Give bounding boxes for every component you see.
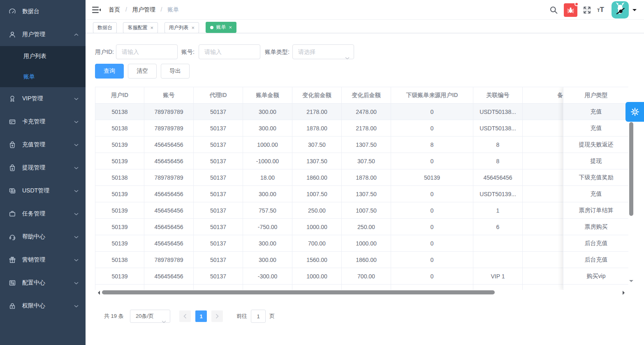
table-cell: 789789789 xyxy=(144,104,194,120)
close-icon[interactable]: × xyxy=(229,25,232,30)
table-row[interactable]: 501387897897895013718.001860.001878.0050… xyxy=(95,169,604,186)
sidebar-item-permission-center[interactable]: 权限中心 xyxy=(0,294,86,317)
sidebar-item-usdt-management[interactable]: USDT管理 xyxy=(0,179,86,202)
sidebar-item-label: 用户列表 xyxy=(23,53,46,60)
sidebar-fold-icon[interactable] xyxy=(92,6,101,14)
sidebar-item-label: 用户管理 xyxy=(22,31,74,38)
sidebar-item-user-management[interactable]: 用户管理 xyxy=(0,23,86,46)
column-header[interactable]: 变化前金额 xyxy=(292,87,342,104)
table-row[interactable]: 5013945645645650137-1000.001307.50307.50… xyxy=(95,153,604,169)
table-cell: 2178.00 xyxy=(292,104,342,120)
sidebar-item-task-management[interactable]: 任务管理 xyxy=(0,202,86,225)
search-icon[interactable] xyxy=(549,6,558,14)
sidebar-item-bills[interactable]: 账单 xyxy=(0,67,86,87)
page-number-1[interactable]: 1 xyxy=(195,310,207,322)
sidebar-item-user-list[interactable]: 用户列表 xyxy=(0,46,86,67)
tab-user-list[interactable]: 用户列表 × xyxy=(164,22,199,33)
column-header[interactable]: 代理ID xyxy=(194,87,243,104)
sidebar-item-help-center[interactable]: 帮助中心 xyxy=(0,225,86,248)
table-cell: -300.00 xyxy=(243,268,292,285)
table-cell: 1307.50 xyxy=(292,153,342,169)
table-row[interactable]: 5013945645645650137-300.001000.00700.000… xyxy=(95,268,604,285)
table-cell: 456456456 xyxy=(144,235,194,252)
tab-customer-service-config[interactable]: 客服配置 × xyxy=(123,22,158,33)
table-cell: 50138 xyxy=(95,120,144,137)
table-cell: 50137 xyxy=(194,153,243,169)
recharge-bag-icon xyxy=(9,141,17,148)
bug-report-button[interactable] xyxy=(564,3,577,17)
tab-dashboard[interactable]: 数据台 xyxy=(93,22,117,33)
table-cell: 456456456 xyxy=(144,186,194,202)
permission-lock-icon xyxy=(9,302,17,310)
account-input[interactable] xyxy=(199,44,260,59)
bill-type-select[interactable]: 请选择 xyxy=(292,44,354,59)
fullscreen-icon[interactable] xyxy=(583,6,591,14)
user-id-label: 用户ID: xyxy=(95,44,114,59)
table-body: 5013878978978950137300.002178.002478.000… xyxy=(95,104,628,290)
fixed-cell-user-type: 票房订单结算 xyxy=(563,202,628,219)
table-cell: 0 xyxy=(391,235,473,252)
close-icon[interactable]: × xyxy=(150,25,153,30)
vertical-scrollbar-thumb[interactable] xyxy=(629,122,633,216)
column-header[interactable]: 关联编号 xyxy=(473,87,523,104)
sidebar-item-recharge-management[interactable]: 充值管理 xyxy=(0,133,86,156)
horizontal-scrollbar-thumb[interactable] xyxy=(102,290,495,294)
breadcrumb-item-user-management[interactable]: 用户管理 xyxy=(132,6,155,13)
table-cell: 50137 xyxy=(194,235,243,252)
column-header[interactable]: 账号 xyxy=(144,87,194,104)
table-row[interactable]: 50139456456456501371000.00307.501307.508… xyxy=(95,137,604,153)
sidebar-item-withdraw-management[interactable]: 提现管理 xyxy=(0,156,86,179)
account-label: 账号: xyxy=(181,44,195,59)
table-cell: 456456456 xyxy=(144,202,194,219)
scroll-down-arrow-icon[interactable] xyxy=(629,280,633,284)
tab-bills[interactable]: 账单 × xyxy=(206,22,237,33)
tab-label: 账单 xyxy=(216,24,226,31)
settings-gear-button[interactable] xyxy=(625,102,644,122)
fixed-column-header[interactable]: 用户类型 xyxy=(563,87,628,104)
prev-page-button[interactable] xyxy=(179,310,191,322)
table-row[interactable]: 5013945645645650137757.50250.001007.5001 xyxy=(95,202,604,219)
column-header[interactable]: 账单金额 xyxy=(243,87,292,104)
select-placeholder: 请选择 xyxy=(298,49,315,55)
next-page-button[interactable] xyxy=(211,310,223,322)
tab-label: 数据台 xyxy=(97,24,112,31)
table-row[interactable]: 5013878978978950137300.002178.002478.000… xyxy=(95,104,604,120)
breadcrumb-item-home[interactable]: 首页 xyxy=(109,6,120,13)
column-header[interactable]: 下级账单来源用户ID xyxy=(391,87,473,104)
sidebar-item-marketing-management[interactable]: 营销管理 xyxy=(0,248,86,271)
user-id-input[interactable] xyxy=(116,44,178,59)
table-cell: 456456456 xyxy=(144,219,194,235)
table-cell xyxy=(473,252,523,268)
page-size-select[interactable]: 20条/页 xyxy=(130,310,170,323)
chevron-down-icon xyxy=(74,167,79,169)
table-cell: 50139 xyxy=(95,153,144,169)
avatar[interactable] xyxy=(612,1,629,19)
chevron-down-icon xyxy=(74,282,79,285)
table-row[interactable]: 5013945645645650137300.001007.501307.500… xyxy=(95,186,604,202)
close-icon[interactable]: × xyxy=(192,25,195,30)
table-row[interactable] xyxy=(95,285,604,290)
scroll-right-arrow-icon[interactable] xyxy=(623,291,627,295)
pagination: 共 19 条 20条/页 1 前往 页 xyxy=(86,310,644,323)
sidebar-item-config-center[interactable]: 配置中心 xyxy=(0,271,86,294)
table-row[interactable]: 5013878978978950137300.001878.002178.000… xyxy=(95,120,604,137)
table-row[interactable]: 5013945645645650137300.00700.001000.000 xyxy=(95,235,604,252)
table-row[interactable]: 5013878978978950137300.001560.001860.000 xyxy=(95,252,604,268)
clear-button[interactable]: 清空 xyxy=(128,64,157,79)
goto-page-input[interactable] xyxy=(251,310,266,323)
table-row[interactable]: 5013945645645650137-750.001000.00250.000… xyxy=(95,219,604,235)
column-header[interactable]: 变化后金额 xyxy=(342,87,391,104)
font-size-icon[interactable]: TT xyxy=(597,6,604,14)
sidebar-item-card-recharge[interactable]: 卡充管理 xyxy=(0,110,86,133)
chevron-down-icon xyxy=(74,259,79,262)
table-cell: 50137 xyxy=(194,169,243,186)
export-button[interactable]: 导出 xyxy=(161,64,190,79)
table-cell: 50139 xyxy=(95,268,144,285)
sidebar-item-vip-management[interactable]: VIP管理 xyxy=(0,87,86,110)
avatar-dropdown-caret[interactable] xyxy=(632,9,637,13)
sidebar-item-dashboard[interactable]: 数据台 xyxy=(0,0,86,23)
column-header[interactable]: 用户ID xyxy=(95,87,144,104)
search-button[interactable]: 查询 xyxy=(95,64,124,79)
scroll-left-arrow-icon[interactable] xyxy=(96,291,100,295)
main-content: 用户ID: 账号: 账单类型: 请选择 查询 清空 导出 用户ID 账号 代理I… xyxy=(86,33,644,345)
